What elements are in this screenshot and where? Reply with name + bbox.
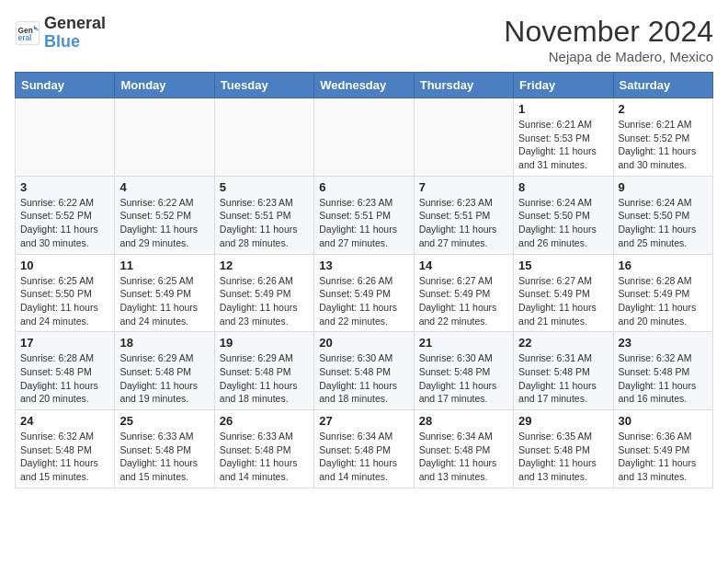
calendar-cell: 15Sunrise: 6:27 AM Sunset: 5:49 PM Dayli… bbox=[514, 254, 613, 332]
day-number: 16 bbox=[619, 259, 708, 272]
day-number: 26 bbox=[220, 414, 309, 428]
calendar-cell: 20Sunrise: 6:30 AM Sunset: 5:48 PM Dayli… bbox=[314, 332, 414, 410]
calendar-cell: 23Sunrise: 6:32 AM Sunset: 5:48 PM Dayli… bbox=[613, 332, 712, 410]
day-info: Sunrise: 6:25 AM Sunset: 5:49 PM Dayligh… bbox=[119, 274, 209, 328]
svg-text:eral: eral bbox=[18, 33, 32, 42]
day-number: 3 bbox=[20, 180, 109, 194]
calendar-cell: 18Sunrise: 6:29 AM Sunset: 5:48 PM Dayli… bbox=[115, 332, 214, 410]
calendar-cell: 11Sunrise: 6:25 AM Sunset: 5:49 PM Dayli… bbox=[115, 254, 214, 332]
day-number: 30 bbox=[619, 414, 708, 428]
day-number: 4 bbox=[119, 180, 209, 194]
day-number: 24 bbox=[20, 414, 109, 428]
day-info: Sunrise: 6:26 AM Sunset: 5:49 PM Dayligh… bbox=[220, 274, 309, 328]
calendar-cell: 7Sunrise: 6:23 AM Sunset: 5:51 PM Daylig… bbox=[414, 176, 513, 254]
day-info: Sunrise: 6:27 AM Sunset: 5:49 PM Dayligh… bbox=[518, 274, 608, 328]
day-info: Sunrise: 6:32 AM Sunset: 5:48 PM Dayligh… bbox=[619, 351, 708, 406]
calendar-cell: 27Sunrise: 6:34 AM Sunset: 5:48 PM Dayli… bbox=[314, 410, 414, 488]
calendar-cell: 26Sunrise: 6:33 AM Sunset: 5:48 PM Dayli… bbox=[214, 410, 313, 488]
title-area: November 2024 Nejapa de Madero, Mexico bbox=[504, 15, 713, 64]
day-info: Sunrise: 6:33 AM Sunset: 5:48 PM Dayligh… bbox=[119, 430, 209, 484]
day-number: 18 bbox=[119, 336, 209, 350]
day-number: 7 bbox=[419, 180, 508, 194]
day-number: 15 bbox=[518, 259, 608, 272]
day-info: Sunrise: 6:24 AM Sunset: 5:50 PM Dayligh… bbox=[619, 196, 708, 250]
day-info: Sunrise: 6:29 AM Sunset: 5:48 PM Dayligh… bbox=[220, 351, 309, 406]
calendar-week-row: 17Sunrise: 6:28 AM Sunset: 5:48 PM Dayli… bbox=[16, 332, 713, 410]
calendar-cell: 29Sunrise: 6:35 AM Sunset: 5:48 PM Dayli… bbox=[514, 410, 613, 488]
day-number: 21 bbox=[419, 336, 508, 350]
calendar-cell: 13Sunrise: 6:26 AM Sunset: 5:49 PM Dayli… bbox=[314, 254, 414, 332]
day-info: Sunrise: 6:28 AM Sunset: 5:49 PM Dayligh… bbox=[619, 274, 708, 328]
calendar-cell: 12Sunrise: 6:26 AM Sunset: 5:49 PM Dayli… bbox=[214, 254, 313, 332]
weekday-header-row: SundayMondayTuesdayWednesdayThursdayFrid… bbox=[16, 73, 713, 98]
logo-name: GeneralBlue bbox=[44, 15, 106, 52]
day-number: 11 bbox=[119, 259, 209, 272]
calendar-cell bbox=[314, 98, 414, 177]
header: Gen eral GeneralBlue November 2024 Nejap… bbox=[15, 15, 713, 64]
weekday-header: Friday bbox=[514, 73, 613, 98]
day-info: Sunrise: 6:24 AM Sunset: 5:50 PM Dayligh… bbox=[518, 196, 608, 250]
calendar-cell: 3Sunrise: 6:22 AM Sunset: 5:52 PM Daylig… bbox=[16, 176, 115, 254]
day-number: 28 bbox=[419, 414, 508, 428]
day-info: Sunrise: 6:28 AM Sunset: 5:48 PM Dayligh… bbox=[20, 351, 109, 406]
calendar-cell: 24Sunrise: 6:32 AM Sunset: 5:48 PM Dayli… bbox=[16, 410, 115, 488]
day-number: 8 bbox=[518, 180, 608, 194]
calendar-cell: 22Sunrise: 6:31 AM Sunset: 5:48 PM Dayli… bbox=[514, 332, 613, 410]
day-number: 10 bbox=[20, 259, 109, 272]
weekday-header: Sunday bbox=[16, 73, 115, 98]
day-info: Sunrise: 6:32 AM Sunset: 5:48 PM Dayligh… bbox=[20, 430, 109, 484]
day-info: Sunrise: 6:23 AM Sunset: 5:51 PM Dayligh… bbox=[220, 196, 309, 250]
calendar-cell: 30Sunrise: 6:36 AM Sunset: 5:49 PM Dayli… bbox=[613, 410, 712, 488]
day-number: 14 bbox=[419, 259, 508, 272]
calendar-cell: 10Sunrise: 6:25 AM Sunset: 5:50 PM Dayli… bbox=[16, 254, 115, 332]
calendar-cell: 17Sunrise: 6:28 AM Sunset: 5:48 PM Dayli… bbox=[16, 332, 115, 410]
calendar-cell bbox=[414, 98, 513, 177]
day-number: 2 bbox=[619, 102, 708, 116]
calendar-cell: 4Sunrise: 6:22 AM Sunset: 5:52 PM Daylig… bbox=[115, 176, 214, 254]
day-number: 22 bbox=[518, 336, 608, 350]
day-info: Sunrise: 6:25 AM Sunset: 5:50 PM Dayligh… bbox=[20, 274, 109, 328]
day-info: Sunrise: 6:26 AM Sunset: 5:49 PM Dayligh… bbox=[319, 274, 408, 328]
calendar-week-row: 1Sunrise: 6:21 AM Sunset: 5:53 PM Daylig… bbox=[16, 98, 713, 177]
weekday-header: Thursday bbox=[414, 73, 513, 98]
day-number: 12 bbox=[220, 259, 309, 272]
day-info: Sunrise: 6:36 AM Sunset: 5:49 PM Dayligh… bbox=[619, 430, 708, 484]
day-number: 13 bbox=[319, 259, 408, 272]
weekday-header: Wednesday bbox=[314, 73, 414, 98]
calendar-week-row: 10Sunrise: 6:25 AM Sunset: 5:50 PM Dayli… bbox=[16, 254, 713, 332]
day-number: 23 bbox=[619, 336, 708, 350]
calendar-cell: 8Sunrise: 6:24 AM Sunset: 5:50 PM Daylig… bbox=[514, 176, 613, 254]
day-info: Sunrise: 6:22 AM Sunset: 5:52 PM Dayligh… bbox=[20, 196, 109, 250]
calendar-cell bbox=[214, 98, 313, 177]
day-info: Sunrise: 6:31 AM Sunset: 5:48 PM Dayligh… bbox=[518, 351, 608, 406]
calendar-cell bbox=[16, 98, 115, 177]
day-number: 19 bbox=[220, 336, 309, 350]
weekday-header: Saturday bbox=[613, 73, 712, 98]
day-info: Sunrise: 6:29 AM Sunset: 5:48 PM Dayligh… bbox=[119, 351, 209, 406]
calendar-cell: 14Sunrise: 6:27 AM Sunset: 5:49 PM Dayli… bbox=[414, 254, 513, 332]
day-info: Sunrise: 6:23 AM Sunset: 5:51 PM Dayligh… bbox=[419, 196, 508, 250]
day-info: Sunrise: 6:34 AM Sunset: 5:48 PM Dayligh… bbox=[319, 430, 408, 484]
day-number: 27 bbox=[319, 414, 408, 428]
calendar-week-row: 3Sunrise: 6:22 AM Sunset: 5:52 PM Daylig… bbox=[16, 176, 713, 254]
calendar-cell: 2Sunrise: 6:21 AM Sunset: 5:52 PM Daylig… bbox=[613, 98, 712, 177]
calendar-cell: 9Sunrise: 6:24 AM Sunset: 5:50 PM Daylig… bbox=[613, 176, 712, 254]
calendar-cell: 16Sunrise: 6:28 AM Sunset: 5:49 PM Dayli… bbox=[613, 254, 712, 332]
day-info: Sunrise: 6:21 AM Sunset: 5:53 PM Dayligh… bbox=[518, 118, 608, 172]
calendar-week-row: 24Sunrise: 6:32 AM Sunset: 5:48 PM Dayli… bbox=[16, 410, 713, 488]
day-number: 17 bbox=[20, 336, 109, 350]
day-info: Sunrise: 6:34 AM Sunset: 5:48 PM Dayligh… bbox=[419, 430, 508, 484]
day-number: 5 bbox=[220, 180, 309, 194]
day-number: 25 bbox=[119, 414, 209, 428]
calendar-cell: 1Sunrise: 6:21 AM Sunset: 5:53 PM Daylig… bbox=[514, 98, 613, 177]
calendar: SundayMondayTuesdayWednesdayThursdayFrid… bbox=[15, 72, 713, 488]
day-info: Sunrise: 6:22 AM Sunset: 5:52 PM Dayligh… bbox=[119, 196, 209, 250]
calendar-cell: 28Sunrise: 6:34 AM Sunset: 5:48 PM Dayli… bbox=[414, 410, 513, 488]
day-number: 29 bbox=[518, 414, 608, 428]
calendar-cell: 5Sunrise: 6:23 AM Sunset: 5:51 PM Daylig… bbox=[214, 176, 313, 254]
day-info: Sunrise: 6:30 AM Sunset: 5:48 PM Dayligh… bbox=[319, 351, 408, 406]
day-number: 1 bbox=[518, 102, 608, 116]
calendar-cell: 6Sunrise: 6:23 AM Sunset: 5:51 PM Daylig… bbox=[314, 176, 414, 254]
calendar-cell bbox=[115, 98, 214, 177]
day-number: 9 bbox=[619, 180, 708, 194]
